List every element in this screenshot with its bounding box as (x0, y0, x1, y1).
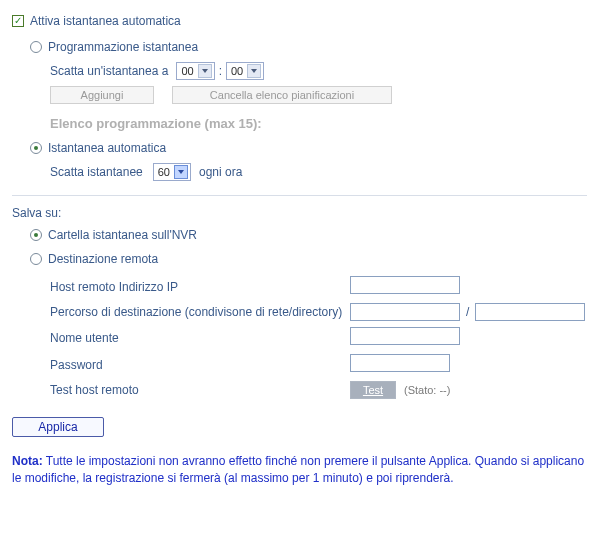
divider (12, 195, 587, 196)
footer-note: Nota: Tutte le impostazioni non avranno … (12, 453, 587, 487)
chevron-down-icon (174, 165, 188, 179)
take-at-label: Scatta un'istantanea a (50, 64, 168, 78)
mode-scheduled-row: Programmazione istantanea (30, 40, 587, 54)
scheduled-time-row: Scatta un'istantanea a 00 : 00 (50, 62, 587, 80)
save-nvr-radio[interactable] (30, 229, 42, 241)
automatic-interval-row: Scatta istantanee 60 ogni ora (50, 163, 587, 181)
host-ip-label: Host remoto Indirizzo IP (50, 280, 350, 294)
hour-select[interactable]: 00 (176, 62, 214, 80)
save-remote-label: Destinazione remota (48, 252, 158, 266)
test-status-text: (Stato: --) (404, 384, 450, 396)
save-nvr-row: Cartella istantanea sull'NVR (30, 228, 587, 242)
apply-button[interactable]: Applica (12, 417, 104, 437)
note-label: Nota: (12, 454, 43, 468)
activate-checkbox[interactable] (12, 15, 24, 27)
clear-schedule-button[interactable]: Cancella elenco pianificazioni (172, 86, 392, 104)
activate-label: Attiva istantanea automatica (30, 14, 181, 28)
take-snapshots-label: Scatta istantanee (50, 165, 143, 179)
remote-fields: Host remoto Indirizzo IP Percorso di des… (50, 276, 587, 399)
username-input[interactable] (350, 327, 460, 345)
every-hour-label: ogni ora (199, 165, 242, 179)
host-ip-input[interactable] (350, 276, 460, 294)
mode-automatic-row: Istantanea automatica (30, 141, 587, 155)
hour-value: 00 (181, 65, 193, 77)
time-colon: : (219, 64, 222, 78)
chevron-down-icon (198, 64, 212, 78)
scheduled-buttons-row: Aggiungi Cancella elenco pianificazioni (50, 86, 587, 104)
test-button[interactable]: Test (350, 381, 396, 399)
destination-share-input[interactable] (350, 303, 460, 321)
password-label: Password (50, 358, 350, 372)
mode-automatic-radio[interactable] (30, 142, 42, 154)
save-remote-row: Destinazione remota (30, 252, 587, 266)
test-host-label: Test host remoto (50, 383, 350, 397)
interval-select[interactable]: 60 (153, 163, 191, 181)
minute-select[interactable]: 00 (226, 62, 264, 80)
interval-value: 60 (158, 166, 170, 178)
username-label: Nome utente (50, 331, 350, 345)
note-text: Tutte le impostazioni non avranno effett… (12, 454, 584, 485)
chevron-down-icon (247, 64, 261, 78)
save-nvr-label: Cartella istantanea sull'NVR (48, 228, 197, 242)
destination-dir-input[interactable] (475, 303, 585, 321)
schedule-list-header: Elenco programmazione (max 15): (50, 116, 587, 131)
destination-path-label: Percorso di destinazione (condivisone di… (50, 305, 350, 319)
path-slash: / (466, 305, 469, 319)
save-remote-radio[interactable] (30, 253, 42, 265)
mode-automatic-label: Istantanea automatica (48, 141, 166, 155)
save-to-header: Salva su: (12, 206, 587, 220)
minute-value: 00 (231, 65, 243, 77)
password-input[interactable] (350, 354, 450, 372)
mode-scheduled-radio[interactable] (30, 41, 42, 53)
add-button[interactable]: Aggiungi (50, 86, 154, 104)
mode-scheduled-label: Programmazione istantanea (48, 40, 198, 54)
activate-row: Attiva istantanea automatica (12, 14, 587, 28)
